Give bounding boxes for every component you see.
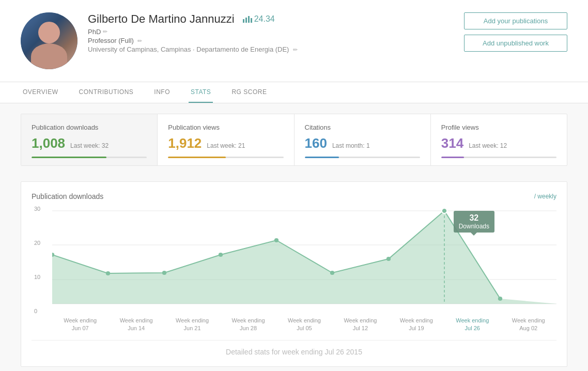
stats-cards: Publication downloads 1,008 Last week: 3… xyxy=(21,114,567,166)
stat-views-label: Publication views xyxy=(168,123,283,131)
add-publications-button[interactable]: Add your publications xyxy=(464,12,567,29)
nav-info[interactable]: INFO xyxy=(152,82,172,103)
profile-institution: University of Campinas, Campinas · Depar… xyxy=(88,45,464,53)
stat-citations-secondary: Last month: 1 xyxy=(332,142,370,149)
chart-area: 30 20 10 0 32 Downloads xyxy=(52,206,556,330)
stat-downloads-value: 1,008 xyxy=(32,135,65,151)
svg-point-14 xyxy=(498,297,502,301)
stat-downloads-progress xyxy=(32,157,147,158)
nav-contributions[interactable]: CONTRIBUTIONS xyxy=(76,82,135,103)
rg-score: 24.34 xyxy=(243,14,275,24)
avatar xyxy=(21,12,78,69)
stat-profile-views-value: 314 xyxy=(441,135,463,151)
nav-rgscore[interactable]: RG SCORE xyxy=(229,82,269,103)
svg-point-9 xyxy=(219,253,223,257)
chart-header: Publication downloads / weekly xyxy=(32,192,556,200)
detailed-stats: Detailed stats for week ending Jul 26 20… xyxy=(32,340,556,356)
x-label-jun21: Week endingJun 21 xyxy=(164,317,220,333)
x-axis-labels: Week endingJun 07 Week endingJun 14 Week… xyxy=(52,317,556,333)
stat-profile-views-progress xyxy=(441,157,556,158)
stats-container: Publication downloads 1,008 Last week: 3… xyxy=(0,103,588,176)
y-axis: 30 20 10 0 xyxy=(34,206,40,314)
stat-views-progress xyxy=(168,157,283,158)
stat-downloads-secondary: Last week: 32 xyxy=(70,142,109,149)
institution-edit-icon[interactable]: ✏ xyxy=(293,47,298,53)
rg-score-icon xyxy=(243,16,252,23)
x-label-jun07: Week endingJun 07 xyxy=(52,317,108,333)
position-edit-icon[interactable]: ✏ xyxy=(137,38,142,44)
x-label-jul05: Week endingJul 05 xyxy=(276,317,332,333)
degree-edit-icon[interactable]: ✏ xyxy=(103,28,107,35)
svg-point-10 xyxy=(274,238,278,242)
add-unpublished-button[interactable]: Add unpublished work xyxy=(464,35,567,52)
stat-publication-views[interactable]: Publication views 1,912 Last week: 21 xyxy=(158,114,294,165)
x-label-jul19: Week endingJul 19 xyxy=(389,317,444,333)
x-label-jun28: Week endingJun 28 xyxy=(220,317,276,333)
svg-point-11 xyxy=(330,271,334,275)
stat-publication-downloads[interactable]: Publication downloads 1,008 Last week: 3… xyxy=(21,114,158,165)
x-label-jul26: Week endingJul 26 xyxy=(444,317,500,333)
stat-profile-views-label: Profile views xyxy=(441,123,556,131)
chart-container: Publication downloads / weekly 30 20 10 … xyxy=(21,181,567,367)
chart-title: Publication downloads xyxy=(32,192,103,200)
nav-bar: OVERVIEW CONTRIBUTIONS INFO STATS RG SCO… xyxy=(0,82,588,103)
stat-citations[interactable]: Citations 160 Last month: 1 xyxy=(295,114,431,165)
stat-profile-views-secondary: Last week: 12 xyxy=(469,142,507,149)
profile-position: Professor (Full) ✏ xyxy=(88,37,464,44)
stat-downloads-label: Publication downloads xyxy=(32,123,147,131)
stat-profile-views[interactable]: Profile views 314 Last week: 12 xyxy=(431,114,567,165)
x-label-jul12: Week endingJul 12 xyxy=(332,317,388,333)
chart-svg-container: 32 Downloads xyxy=(52,206,556,314)
chart-section: Publication downloads / weekly 30 20 10 … xyxy=(0,176,588,371)
svg-point-7 xyxy=(106,271,110,275)
x-label-jun14: Week endingJun 14 xyxy=(108,317,164,333)
stat-citations-progress xyxy=(305,157,420,158)
nav-overview[interactable]: OVERVIEW xyxy=(21,82,60,103)
profile-info: Gilberto De Martino Jannuzzi 24.34 PhD ✏… xyxy=(88,12,464,53)
nav-stats[interactable]: STATS xyxy=(189,82,213,103)
x-label-aug02: Week endingAug 02 xyxy=(501,317,556,333)
profile-degree: PhD ✏ xyxy=(88,28,464,36)
chart-tooltip: 32 Downloads xyxy=(454,211,494,233)
stat-citations-label: Citations xyxy=(305,123,420,131)
svg-point-8 xyxy=(162,271,166,275)
stat-citations-value: 160 xyxy=(305,135,327,151)
chart-toggle[interactable]: / weekly xyxy=(534,193,556,200)
stat-views-value: 1,912 xyxy=(168,135,202,151)
stat-views-secondary: Last week: 21 xyxy=(207,142,245,149)
svg-point-13 xyxy=(442,208,447,213)
svg-point-12 xyxy=(386,257,391,261)
profile-name: Gilberto De Martino Jannuzzi 24.34 xyxy=(88,12,464,26)
profile-section: Gilberto De Martino Jannuzzi 24.34 PhD ✏… xyxy=(0,0,588,82)
action-buttons: Add your publications Add unpublished wo… xyxy=(464,12,567,52)
